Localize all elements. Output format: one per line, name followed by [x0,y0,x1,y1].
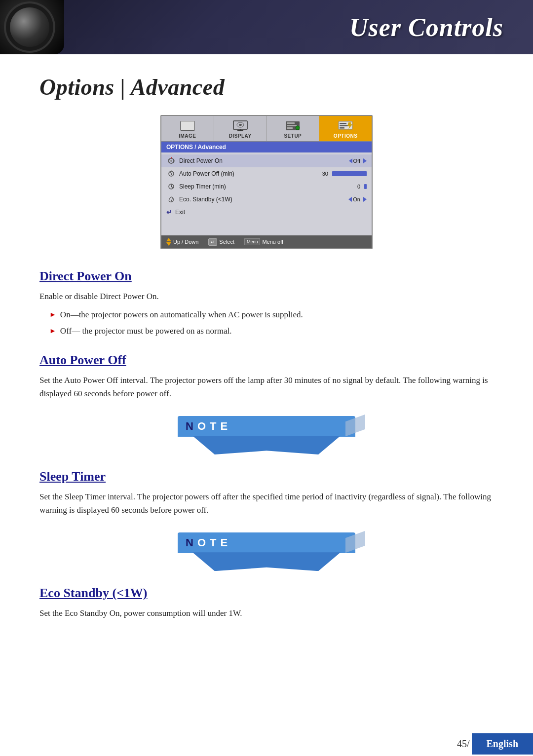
menu-key-icon: Menu [244,238,261,245]
tab-display-label: DISPLAY [229,133,252,139]
note-chevron-1 [192,436,341,454]
svg-point-11 [296,126,300,130]
bullet-on-text: On—the projector powers on automatically… [60,308,303,321]
bullet-off-text: Off— the projector must be powered on as… [60,324,232,338]
setup-icon [285,120,301,132]
section-title: Options | Advanced [39,74,494,100]
note-banner-2: NOTE [178,532,355,553]
exit-label: Exit [175,209,185,216]
auto-power-off-description: Set the Auto Power Off interval. The pro… [39,374,494,400]
direct-power-on-description: Enable or disable Direct Power On. [39,290,494,303]
image-icon [180,120,195,132]
eco-standby-value: On [353,196,360,202]
nav-select-label: Select [219,239,234,245]
page-footer: 45 / English [0,731,533,756]
nav-menuoff: Menu Menu off [244,238,283,245]
note-chevron-2 [192,552,341,571]
bullet-item-on: ► On—the projector powers on automatical… [49,308,494,321]
power-icon [166,157,176,165]
tab-image-label: IMAGE [179,133,196,139]
arrow-right-icon [363,158,367,163]
menu-item-auto-power-off[interactable]: Auto Power Off (min) 30 [161,167,372,180]
page-number: 45 [457,738,467,750]
nav-updown-label: Up / Down [173,239,198,245]
direct-power-on-bullets: ► On—the projector powers on automatical… [49,308,494,338]
options-icon [338,120,353,132]
tab-options[interactable]: OPTIONS [319,116,372,141]
exit-icon: ↵ [166,208,172,216]
menu-items: Direct Power On Off [161,152,372,235]
sleep-timer-heading: Sleep Timer [39,469,494,484]
direct-power-on-arrows: Off [349,158,367,164]
eco-arrow-right-icon [363,197,367,202]
header-bar: User Controls [0,0,533,54]
nav-updown: Up / Down [166,238,198,246]
svg-rect-1 [181,121,194,130]
svg-rect-9 [287,125,297,126]
tab-setup-label: SETUP [284,133,302,139]
svg-rect-10 [287,127,293,129]
menu-nav-bar: Up / Down ↵ Select Menu Menu off [161,235,372,248]
svg-rect-13 [340,123,346,124]
menu-spacer [161,219,372,233]
auto-power-off-value-area: 30 [322,171,367,177]
auto-power-off-label: Auto Power Off (min) [179,170,322,177]
sleep-icon [166,183,176,190]
direct-power-on-label: Direct Power On [179,157,349,164]
display-icon [232,120,248,132]
enter-icon: ↵ [208,238,217,246]
menu-container: IMAGE DISPLAY [39,115,494,249]
note-shape-1: NOTE [178,410,355,454]
eco-standby-arrows: On [348,196,367,202]
tab-setup[interactable]: SETUP [267,116,320,141]
svg-point-17 [170,160,172,162]
eco-standby-label: Eco. Standby (<1W) [179,196,348,203]
sleep-timer-value-area: 0 [357,184,367,189]
tab-options-label: OPTIONS [334,133,358,139]
svg-rect-8 [287,122,295,124]
nav-menuoff-label: Menu off [262,239,283,245]
lens-image [0,0,64,54]
page-title: User Controls [349,13,503,42]
nav-select: ↵ Select [208,238,234,246]
eco-icon [166,195,176,203]
note-text-2: NOTE [186,536,231,549]
eco-standby-heading: Eco Standby (<1W) [39,586,494,601]
bullet-item-off: ► Off— the projector must be powered on … [49,324,494,338]
menu-item-sleep-timer[interactable]: Sleep Timer (min) 0 [161,180,372,193]
note-banner-1: NOTE [178,416,355,437]
bullet-arrow-icon-2: ► [49,326,56,337]
direct-power-on-heading: Direct Power On [39,269,494,284]
svg-point-6 [239,124,242,126]
sleep-timer-label: Sleep Timer (min) [179,183,357,190]
menu-item-direct-power-on[interactable]: Direct Power On Off [161,154,372,167]
svg-rect-15 [340,127,344,129]
eco-arrow-left-icon [348,197,352,202]
menu-exit-row[interactable]: ↵ Exit [161,206,372,219]
sleep-timer-value: 0 [357,184,360,189]
note-text-1: NOTE [186,420,231,433]
page-content: Options | Advanced IMAGE [0,54,533,655]
sleep-timer-bar [364,184,367,189]
direct-power-on-value: Off [353,158,360,164]
auto-power-off-heading: Auto Power Off [39,353,494,368]
note-graphic-1: NOTE [39,410,494,454]
language-badge: English [472,733,533,755]
note-shape-2: NOTE [178,527,355,571]
tab-image[interactable]: IMAGE [161,116,214,141]
note-graphic-2: NOTE [39,527,494,571]
menu-box: IMAGE DISPLAY [160,115,373,249]
auto-power-icon [166,170,176,178]
eco-standby-description: Set the Eco Standby On, power consumptio… [39,606,494,620]
arrow-up-icon [166,238,171,241]
tab-display[interactable]: DISPLAY [214,116,267,141]
menu-breadcrumb: OPTIONS / Advanced [161,142,372,152]
auto-power-off-value: 30 [322,171,328,177]
sleep-timer-description: Set the Sleep Timer interval. The projec… [39,490,494,517]
arrow-left-icon [349,158,352,163]
tab-bar: IMAGE DISPLAY [161,116,372,142]
bullet-arrow-icon: ► [49,309,56,320]
menu-item-eco-standby[interactable]: Eco. Standby (<1W) On [161,193,372,206]
svg-rect-14 [340,125,348,127]
arrow-down-icon [166,242,171,246]
